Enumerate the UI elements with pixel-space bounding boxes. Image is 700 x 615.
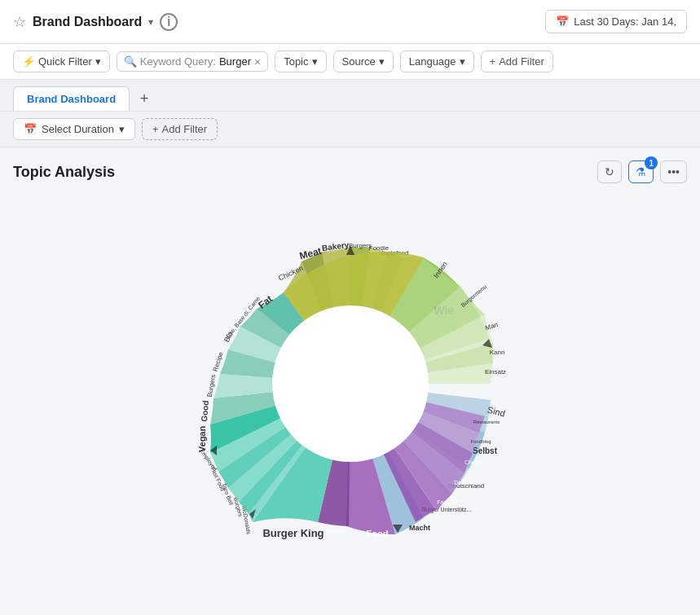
title-chevron-button[interactable]: ▾ (148, 16, 153, 28)
svg-text:Macht: Macht (408, 524, 429, 532)
topic-label: Topic (284, 55, 308, 68)
add-tab-button[interactable]: + (133, 87, 156, 110)
refresh-button[interactable]: ↻ (597, 160, 622, 183)
svg-text:Kann: Kann (489, 349, 504, 356)
topic-analysis-chart: Wie Innen Burgermenu Man Kann Einsatz (147, 196, 554, 571)
ellipsis-icon: ••• (667, 165, 680, 178)
select-duration-button[interactable]: 📅 Select Duration ▾ (13, 118, 135, 140)
svg-text:Restaurants: Restaurants (473, 420, 499, 424)
filter-badge: 1 (645, 156, 658, 169)
duration-plus-icon: + (152, 123, 159, 135)
svg-text:Selbst: Selbst (472, 446, 497, 455)
main-content: Topic Analysis ↻ ⚗ 1 ••• (0, 147, 700, 584)
source-label: Source (342, 55, 376, 68)
date-range-button[interactable]: 📅 Last 30 Days: Jan 14, (545, 10, 687, 33)
language-chevron-icon: ▾ (460, 55, 465, 68)
svg-text:Sind: Sind (486, 404, 505, 418)
source-chevron-icon: ▾ (379, 55, 385, 68)
section-header: Topic Analysis ↻ ⚗ 1 ••• (13, 160, 687, 183)
duration-add-label: Add Filter (161, 123, 207, 135)
top-bar: ☆ Brand Dashboard ▾ i 📅 Last 30 Days: Ja… (0, 0, 700, 44)
svg-text:Einsatz: Einsatz (484, 368, 505, 376)
svg-text:Food: Food (366, 529, 388, 538)
svg-text:Chicken: Chicken (324, 528, 344, 534)
tab-label: Brand Dashboard (27, 93, 116, 105)
calendar-icon: 📅 (556, 15, 569, 28)
add-filter-label: Add Filter (499, 55, 544, 68)
svg-text:Fast Food: Fast Food (437, 499, 463, 505)
svg-text:Good: Good (199, 400, 209, 422)
date-label: Last 30 Days: Jan 14, (574, 15, 676, 28)
keyword-query-pill: 🔍 Keyword Query: Burger × (117, 51, 268, 72)
filter-icon: ⚡ (22, 55, 35, 68)
quick-filter-button[interactable]: ⚡ Quick Filter ▾ (13, 51, 110, 72)
svg-text:Vegan: Vegan (197, 426, 207, 453)
duration-bar: 📅 Select Duration ▾ + Add Filter (0, 112, 700, 147)
filter-active-button[interactable]: ⚗ 1 (628, 160, 654, 183)
svg-text:Foodblog: Foodblog (470, 439, 491, 444)
topic-filter-button[interactable]: Topic ▾ (275, 51, 326, 72)
language-filter-button[interactable]: Language ▾ (400, 51, 474, 72)
calendar-small-icon: 📅 (24, 123, 37, 135)
tab-bar: Brand Dashboard + (0, 80, 700, 112)
svg-text:Cheese: Cheese (464, 459, 483, 465)
page-title: Brand Dashboard (33, 15, 142, 29)
duration-label: Select Duration (42, 123, 114, 135)
tab-brand-dashboard[interactable]: Brand Dashboard (13, 86, 130, 111)
topic-chevron-icon: ▾ (312, 55, 318, 68)
section-title: Topic Analysis (13, 164, 115, 181)
duration-chevron-icon: ▾ (119, 123, 125, 135)
plus-icon: + (490, 55, 496, 68)
language-label: Language (409, 55, 456, 68)
more-options-button[interactable]: ••• (660, 160, 687, 183)
section-actions: ↻ ⚗ 1 ••• (597, 160, 687, 183)
star-button[interactable]: ☆ (13, 13, 26, 31)
info-button[interactable]: i (160, 13, 178, 31)
svg-text:Man: Man (484, 321, 499, 332)
svg-text:Delivery: Delivery (454, 480, 475, 486)
filter-bar: ⚡ Quick Filter ▾ 🔍 Keyword Query: Burger… (0, 44, 700, 80)
quick-filter-chevron-icon: ▾ (95, 55, 101, 68)
quick-filter-label: Quick Filter (38, 55, 92, 68)
svg-text:Burger King: Burger King (262, 527, 324, 539)
duration-add-filter-button[interactable]: + Add Filter (142, 118, 218, 140)
refresh-icon: ↻ (605, 165, 614, 178)
top-bar-right: 📅 Last 30 Days: Jan 14, (545, 10, 687, 33)
keyword-clear-button[interactable]: × (254, 56, 261, 68)
top-bar-left: ☆ Brand Dashboard ▾ i (13, 13, 178, 31)
svg-point-38 (272, 305, 429, 462)
keyword-value: Burger (219, 55, 251, 68)
funnel-icon: ⚗ (636, 165, 646, 178)
source-filter-button[interactable]: Source ▾ (333, 51, 394, 72)
keyword-label: Keyword Query: (140, 55, 216, 68)
add-filter-button[interactable]: + Add Filter (481, 51, 553, 72)
chart-area: Wie Innen Burgermenu Man Kann Einsatz (13, 196, 687, 571)
search-icon: 🔍 (124, 55, 137, 68)
